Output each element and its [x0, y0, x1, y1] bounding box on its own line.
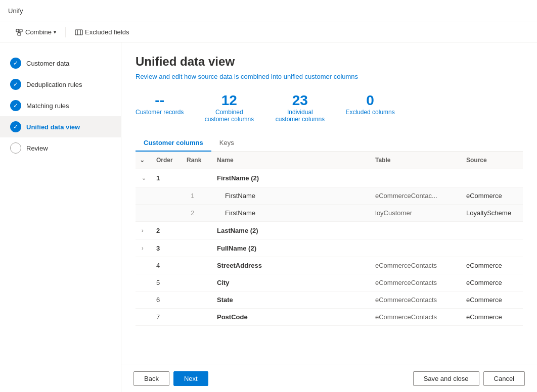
svg-rect-1 [20, 29, 22, 32]
row-table-cell [371, 239, 462, 257]
sidebar-status-unified-data-view: ✓ [10, 121, 21, 132]
sidebar-label-unified-data-view: Unified data view [26, 123, 80, 131]
row-expand-cell [136, 309, 152, 326]
row-order-cell: 2 [152, 222, 183, 239]
stat-label-individual-columns: Individual customer columns [275, 109, 325, 123]
sidebar-item-matching-rules[interactable]: ✓ Matching rules [0, 95, 121, 116]
row-expand-cell [136, 187, 152, 205]
row-table-cell [371, 169, 462, 187]
table-row: › 3 FullName (2) [136, 239, 523, 257]
stat-value-customer-records: -- [155, 92, 164, 109]
row-source-cell: LoyaltyScheme [462, 205, 523, 222]
row-table-cell: loyCustomer [371, 205, 462, 222]
svg-rect-0 [16, 29, 19, 32]
row-source-cell [462, 239, 523, 257]
row-table-cell: eCommerceContacts [371, 274, 462, 291]
footer: Back Next Save and close Cancel [121, 365, 537, 392]
top-bar: Unify [0, 0, 537, 22]
sidebar-label-customer-data: Customer data [26, 60, 69, 67]
sidebar-label-deduplication-rules: Deduplication rules [26, 81, 82, 88]
row-name-cell: FirstName (2) [213, 169, 371, 187]
table-row: 1 FirstName eCommerceContac... eCommerce [136, 187, 523, 205]
sidebar: ✓ Customer data ✓ Deduplication rules ✓ … [0, 42, 121, 392]
row-expand-cell [136, 274, 152, 291]
row-order-cell [152, 187, 183, 205]
expand-fullname-button[interactable]: › [140, 244, 146, 252]
row-expand-cell [136, 257, 152, 274]
back-button[interactable]: Back [133, 371, 169, 386]
row-table-cell: eCommerceContacts [371, 257, 462, 274]
page-title: Unified data view [136, 55, 523, 69]
combine-icon [15, 28, 23, 36]
header-expand: ⌄ [136, 152, 152, 169]
row-name-cell: LastName (2) [213, 222, 371, 239]
row-source-cell [462, 169, 523, 187]
row-source-cell: eCommerce [462, 291, 523, 309]
row-rank-cell [183, 257, 213, 274]
page-subtitle: Review and edit how source data is combi… [136, 73, 523, 80]
svg-rect-5 [75, 30, 82, 35]
sidebar-item-deduplication-rules[interactable]: ✓ Deduplication rules [0, 74, 121, 95]
combine-chevron: ▾ [54, 29, 56, 35]
row-source-cell: eCommerce [462, 187, 523, 205]
row-rank-cell [183, 222, 213, 239]
table-row: › 2 LastName (2) [136, 222, 523, 239]
stat-excluded-columns: 0 Excluded columns [345, 92, 394, 123]
row-order-cell: 3 [152, 239, 183, 257]
row-source-cell: eCommerce [462, 257, 523, 274]
row-order-cell: 5 [152, 274, 183, 291]
stat-label-excluded-columns: Excluded columns [345, 109, 394, 116]
table-row: ⌄ 1 FirstName (2) [136, 169, 523, 187]
row-rank-cell [183, 291, 213, 309]
tab-keys[interactable]: Keys [211, 135, 242, 152]
row-source-cell: eCommerce [462, 274, 523, 291]
row-source-cell [462, 222, 523, 239]
row-expand-cell[interactable]: › [136, 239, 152, 257]
toolbar: Combine ▾ Excluded fields [0, 22, 537, 42]
expand-lastname-button[interactable]: › [140, 226, 146, 234]
sidebar-item-customer-data[interactable]: ✓ Customer data [0, 53, 121, 74]
row-name-cell: FirstName [213, 205, 371, 222]
row-expand-cell[interactable]: › [136, 222, 152, 239]
header-table: Table [371, 152, 462, 169]
row-expand-cell[interactable]: ⌄ [136, 169, 152, 187]
stat-label-combined-columns: Combined customer columns [204, 109, 254, 123]
footer-right: Save and close Cancel [413, 371, 525, 386]
save-close-button[interactable]: Save and close [413, 371, 479, 386]
sidebar-status-deduplication-rules: ✓ [10, 79, 21, 90]
table-row: 7 PostCode eCommerceContacts eCommerce [136, 309, 523, 326]
stat-combined-columns: 12 Combined customer columns [204, 92, 254, 123]
sidebar-item-review[interactable]: Review [0, 137, 121, 159]
row-name-cell: FullName (2) [213, 239, 371, 257]
row-order-cell: 6 [152, 291, 183, 309]
sidebar-item-unified-data-view[interactable]: ✓ Unified data view [0, 116, 121, 137]
table-row: 4 StreetAddress eCommerceContacts eComme… [136, 257, 523, 274]
row-rank-cell [183, 274, 213, 291]
app-title: Unify [8, 7, 23, 15]
header-source: Source [462, 152, 523, 169]
toolbar-separator [65, 27, 66, 37]
excluded-fields-button[interactable]: Excluded fields [70, 26, 134, 38]
row-order-cell: 7 [152, 309, 183, 326]
cancel-button[interactable]: Cancel [483, 371, 525, 386]
svg-rect-2 [18, 33, 21, 35]
stat-value-excluded-columns: 0 [366, 92, 374, 109]
expand-firstname-button[interactable]: ⌄ [140, 174, 148, 182]
tab-customer-columns[interactable]: Customer columns [136, 135, 211, 152]
sidebar-label-matching-rules: Matching rules [26, 102, 69, 110]
row-order-cell: 4 [152, 257, 183, 274]
stat-label-customer-records: Customer records [136, 109, 184, 116]
sidebar-status-customer-data: ✓ [10, 58, 21, 69]
header-rank: Rank [183, 152, 213, 169]
combine-button[interactable]: Combine ▾ [10, 26, 61, 38]
row-name-cell: PostCode [213, 309, 371, 326]
row-rank-cell: 1 [183, 187, 213, 205]
row-rank-cell [183, 169, 213, 187]
row-source-cell: eCommerce [462, 309, 523, 326]
row-name-cell: City [213, 274, 371, 291]
table-row: 2 FirstName loyCustomer LoyaltyScheme [136, 205, 523, 222]
main-layout: ✓ Customer data ✓ Deduplication rules ✓ … [0, 42, 537, 392]
content-area: Unified data view Review and edit how so… [121, 42, 537, 392]
next-button[interactable]: Next [173, 371, 208, 386]
row-table-cell [371, 222, 462, 239]
